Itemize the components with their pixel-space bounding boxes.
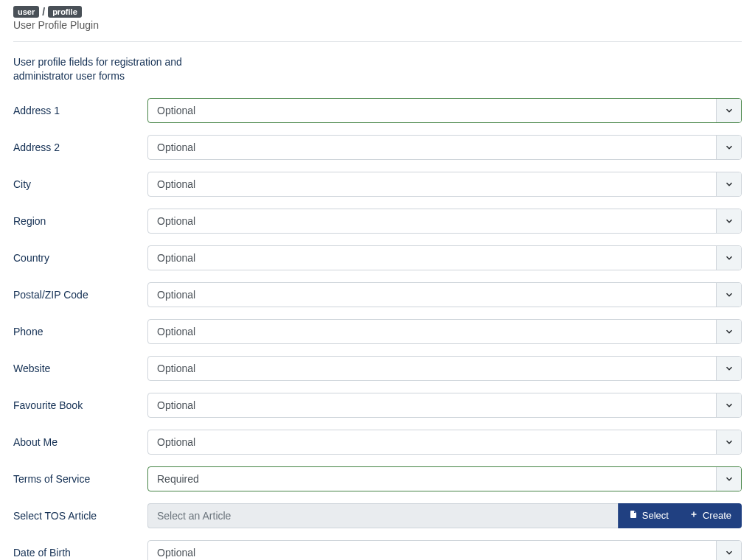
label-tos-article: Select TOS Article bbox=[13, 510, 147, 522]
field-row-aboutme: About Me Optional bbox=[13, 430, 742, 455]
field-row-dob: Date of Birth Optional bbox=[13, 540, 742, 560]
label-address2: Address 2 bbox=[13, 141, 147, 153]
select-value: Optional bbox=[147, 98, 742, 123]
select-value: Optional bbox=[147, 245, 742, 270]
field-row-website: Website Optional bbox=[13, 356, 742, 381]
select-country[interactable]: Optional bbox=[147, 245, 742, 270]
select-aboutme[interactable]: Optional bbox=[147, 430, 742, 455]
select-phone[interactable]: Optional bbox=[147, 319, 742, 344]
section-heading-registration: User profile fields for registration and… bbox=[13, 55, 238, 83]
field-row-tos-article: Select TOS Article Select an Article Sel… bbox=[13, 503, 742, 528]
select-favbook[interactable]: Optional bbox=[147, 393, 742, 418]
title-divider bbox=[13, 41, 742, 42]
label-postal: Postal/ZIP Code bbox=[13, 289, 147, 301]
select-value: Optional bbox=[147, 282, 742, 307]
select-value: Optional bbox=[147, 393, 742, 418]
select-button-label: Select bbox=[642, 510, 669, 521]
field-row-phone: Phone Optional bbox=[13, 319, 742, 344]
label-tos: Terms of Service bbox=[13, 473, 147, 485]
select-address1[interactable]: Optional bbox=[147, 98, 742, 123]
label-favbook: Favourite Book bbox=[13, 399, 147, 411]
plugin-breadcrumb: user / profile bbox=[13, 6, 742, 18]
label-city: City bbox=[13, 178, 147, 190]
breadcrumb-tag-user: user bbox=[13, 6, 39, 18]
select-value: Optional bbox=[147, 135, 742, 160]
label-address1: Address 1 bbox=[13, 105, 147, 116]
label-aboutme: About Me bbox=[13, 436, 147, 448]
select-city[interactable]: Optional bbox=[147, 172, 742, 197]
label-country: Country bbox=[13, 252, 147, 264]
plugin-title: User Profile Plugin bbox=[13, 19, 742, 31]
select-website[interactable]: Optional bbox=[147, 356, 742, 381]
breadcrumb-separator: / bbox=[42, 6, 45, 18]
plus-icon bbox=[689, 510, 698, 521]
field-row-tos: Terms of Service Required bbox=[13, 466, 742, 491]
label-website: Website bbox=[13, 363, 147, 374]
select-value: Optional bbox=[147, 172, 742, 197]
select-value: Optional bbox=[147, 540, 742, 560]
select-address2[interactable]: Optional bbox=[147, 135, 742, 160]
field-row-country: Country Optional bbox=[13, 245, 742, 270]
select-postal[interactable]: Optional bbox=[147, 282, 742, 307]
breadcrumb-tag-profile: profile bbox=[48, 6, 82, 18]
select-tos[interactable]: Required bbox=[147, 466, 742, 491]
file-icon bbox=[629, 510, 638, 521]
select-value: Optional bbox=[147, 430, 742, 455]
tos-article-input[interactable]: Select an Article bbox=[147, 503, 618, 528]
field-row-address2: Address 2 Optional bbox=[13, 135, 742, 160]
field-row-address1: Address 1 Optional bbox=[13, 98, 742, 123]
select-dob[interactable]: Optional bbox=[147, 540, 742, 560]
select-article-button[interactable]: Select bbox=[618, 503, 679, 528]
select-value: Required bbox=[147, 466, 742, 491]
select-value: Optional bbox=[147, 319, 742, 344]
field-row-city: City Optional bbox=[13, 172, 742, 197]
field-row-postal: Postal/ZIP Code Optional bbox=[13, 282, 742, 307]
create-button-label: Create bbox=[703, 510, 731, 521]
label-region: Region bbox=[13, 215, 147, 227]
select-region[interactable]: Optional bbox=[147, 209, 742, 234]
select-value: Optional bbox=[147, 209, 742, 234]
label-dob: Date of Birth bbox=[13, 547, 147, 559]
label-phone: Phone bbox=[13, 326, 147, 337]
field-row-favbook: Favourite Book Optional bbox=[13, 393, 742, 418]
field-row-region: Region Optional bbox=[13, 209, 742, 234]
select-value: Optional bbox=[147, 356, 742, 381]
create-article-button[interactable]: Create bbox=[679, 503, 742, 528]
